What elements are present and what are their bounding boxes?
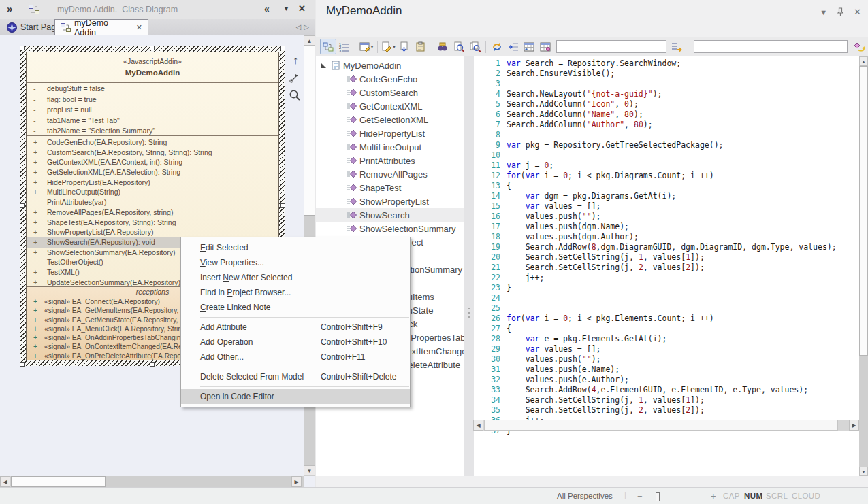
expand-panel-icon[interactable]: » xyxy=(7,3,12,14)
tab-mydemo-addin[interactable]: myDemo Addin ✕ xyxy=(54,19,148,35)
scroll-right-icon[interactable]: ▶ xyxy=(291,476,302,487)
status-indicator-cap[interactable]: CAP xyxy=(723,492,740,500)
apply-filter-button[interactable] xyxy=(669,39,686,54)
operation-row[interactable]: +CustomSearch(EA.Repository, String, Str… xyxy=(27,148,278,158)
table-blue-button[interactable] xyxy=(521,39,538,54)
code-line[interactable]: 10 xyxy=(474,150,859,161)
caption-dropdown-icon[interactable]: ▾ xyxy=(285,5,288,12)
code-line[interactable]: 32 values.push(e.Author); xyxy=(474,375,859,385)
zoom-in-icon[interactable]: + xyxy=(711,491,716,501)
status-indicator-scrl[interactable]: SCRL xyxy=(766,492,788,500)
operation-row[interactable]: +ShapeTest(EA.Repository, String): Strin… xyxy=(27,218,278,228)
find-in-browser-button[interactable] xyxy=(435,39,451,54)
code-line[interactable]: 31 values.push(e.Name); xyxy=(474,365,859,375)
scroll-down-icon[interactable]: ▼ xyxy=(859,467,868,476)
tab-close-icon[interactable]: ✕ xyxy=(136,23,142,32)
paste-note-button[interactable] xyxy=(413,39,429,54)
code-line[interactable]: 28 var e = pkg.Elements.GetAt(i); xyxy=(474,334,859,344)
pin-icon[interactable] xyxy=(837,7,844,17)
code-line[interactable]: 26for(var i = 0; i < pkg.Elements.Count;… xyxy=(474,314,859,324)
tree-item-codegenecho[interactable]: CodeGenEcho xyxy=(316,72,464,86)
expanded-twistie-icon[interactable] xyxy=(321,63,326,68)
attribute-row[interactable]: -debugStuff = false xyxy=(27,84,278,95)
menu-item-insert-new-after-selected[interactable]: Insert New After Selected xyxy=(181,270,410,285)
code-line[interactable]: 6Search.AddColumn("Name", 80); xyxy=(474,110,859,120)
search-input[interactable] xyxy=(694,40,848,53)
code-editor[interactable]: 1var Search = Repository.SearchWindow;2S… xyxy=(474,56,859,476)
tree-item-showselectionsummary[interactable]: ShowSelectionSummary xyxy=(316,222,464,235)
insert-row-button[interactable] xyxy=(505,39,521,54)
menu-item-delete-selected-from-model[interactable]: Delete Selected From ModelControl+Shift+… xyxy=(181,369,410,384)
code-line[interactable]: 5Search.AddColumn("Icon", 0); xyxy=(474,99,859,110)
code-line[interactable]: 9var pkg = Repository.GetTreeSelectedPac… xyxy=(474,140,859,150)
properties-window-button[interactable]: ▾ xyxy=(358,39,374,54)
code-line[interactable]: 15 var values = []; xyxy=(474,201,859,212)
edit-script-button[interactable]: ▾ xyxy=(381,39,397,54)
code-line[interactable]: 34 Search.SetCellString(j, 1, values[1])… xyxy=(474,395,859,405)
caption-close-icon[interactable]: ✕ xyxy=(298,3,306,14)
filter-input[interactable] xyxy=(556,40,666,53)
tree-item-getcontextxml[interactable]: GetContextXML xyxy=(316,99,464,113)
perspective-selector[interactable]: All Perspectives xyxy=(557,492,613,500)
status-indicator-cloud[interactable]: CLOUD xyxy=(792,492,820,500)
scroll-up-icon[interactable]: ▲ xyxy=(859,56,868,66)
resize-handle-e[interactable] xyxy=(280,203,285,208)
tree-item-shapetest[interactable]: ShapeTest xyxy=(316,181,464,195)
quicklink-icon[interactable] xyxy=(289,72,302,84)
resize-handle-ne[interactable] xyxy=(280,46,285,50)
resize-handle-sw[interactable] xyxy=(20,362,25,367)
code-line[interactable]: 3 xyxy=(474,79,859,89)
menu-item-edit-selected[interactable]: Edit Selected xyxy=(181,240,410,255)
zoom-slider[interactable] xyxy=(656,492,660,501)
code-line[interactable]: 30 values.push(""); xyxy=(474,354,859,365)
menu-item-add-other[interactable]: Add Other...Control+F11 xyxy=(181,350,410,365)
editor-horizontal-scrollbar[interactable]: ◀ ▶ xyxy=(473,420,859,431)
attribute-row[interactable]: -tab1Name = "Test Tab" xyxy=(27,116,278,127)
code-line[interactable]: 27{ xyxy=(474,324,859,334)
numbered-list-button[interactable]: 123 xyxy=(336,39,353,54)
menu-item-find-in-project-browser[interactable]: Find in Project Browser... xyxy=(181,285,410,300)
code-line[interactable]: 2Search.EnsureVisible(); xyxy=(474,69,859,79)
code-line[interactable]: 1var Search = Repository.SearchWindow; xyxy=(474,58,859,69)
attribute-row[interactable]: -flag: bool = true xyxy=(27,95,278,105)
scroll-left-icon[interactable]: ◀ xyxy=(0,476,10,487)
menu-item-add-attribute[interactable]: Add AttributeControl+Shift+F9 xyxy=(181,320,410,335)
code-line[interactable]: 33 Search.AddRow(4,e.ElementGUID, e.Elem… xyxy=(474,385,859,395)
code-line[interactable]: 35 Search.SetCellString(j, 2, values[2])… xyxy=(474,405,859,416)
zoom-out-icon[interactable]: − xyxy=(637,491,643,501)
code-line[interactable]: 21 Search.SetCellString(j, 2, values[2])… xyxy=(474,263,859,273)
menu-item-create-linked-note[interactable]: Create Linked Note xyxy=(181,300,410,315)
scroll-up-icon[interactable]: ▲ xyxy=(304,35,315,46)
tree-item-multilineoutput[interactable]: MultiLineOutput xyxy=(316,140,464,154)
refresh-button[interactable] xyxy=(489,39,505,54)
tree-item-removeallpages[interactable]: RemoveAllPages xyxy=(316,167,464,181)
code-line[interactable]: 20 Search.SetCellString(j, 1, values[1])… xyxy=(474,252,859,263)
code-line[interactable]: 12for(var i = 0; i < pkg.Diagrams.Count;… xyxy=(474,171,859,181)
operation-row[interactable]: +CodeGenEcho(EA.Repository): String xyxy=(27,137,278,148)
tree-item-hidepropertylist[interactable]: HidePropertyList xyxy=(316,127,464,140)
collapse-left-icon[interactable]: « xyxy=(264,3,270,14)
run-search-button[interactable] xyxy=(852,39,868,54)
code-line[interactable]: 7Search.AddColumn("Author", 80); xyxy=(474,120,859,130)
tree-item-printattributes[interactable]: PrintAttributes xyxy=(316,154,464,167)
horizontal-scroll-thumb[interactable] xyxy=(484,420,838,431)
scroll-right-icon[interactable]: ▶ xyxy=(849,420,859,431)
editor-vertical-scrollbar[interactable]: ▲ ▼ xyxy=(859,56,868,476)
code-line[interactable]: 8 xyxy=(474,130,859,140)
menu-item-view-properties[interactable]: View Properties... xyxy=(181,255,410,270)
operation-row[interactable]: -PrintAttributes(var) xyxy=(27,197,278,207)
code-line[interactable]: 24 xyxy=(474,293,859,303)
operation-row[interactable]: +MultiLineOutput(String) xyxy=(27,187,278,197)
code-line[interactable]: 16 values.push(""); xyxy=(474,212,859,222)
operation-row[interactable]: +HidePropertyList(EA.Repository) xyxy=(27,178,278,188)
resize-handle-n[interactable] xyxy=(150,46,155,50)
scroll-left-icon[interactable]: ◀ xyxy=(473,420,483,431)
horizontal-scroll-thumb[interactable] xyxy=(11,476,106,487)
splitter-grip-icon[interactable] xyxy=(468,308,470,319)
search-files-button[interactable] xyxy=(467,39,483,54)
code-line[interactable]: 18 values.push(dgm.Author); xyxy=(474,232,859,242)
resize-handle-s[interactable] xyxy=(150,362,155,367)
menu-item-add-operation[interactable]: Add OperationControl+Shift+F10 xyxy=(181,335,410,350)
tree-item-showpropertylist[interactable]: ShowPropertyList xyxy=(316,195,464,208)
element-tree-button[interactable] xyxy=(320,39,336,54)
